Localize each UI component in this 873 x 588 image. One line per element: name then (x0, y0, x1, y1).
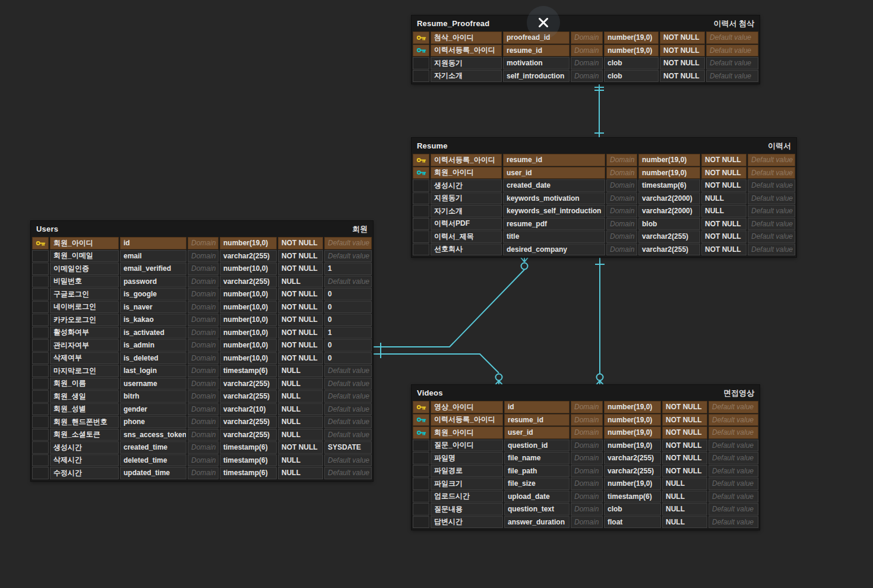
nullable-cell[interactable]: NOT NULL (662, 414, 707, 426)
nullable-cell[interactable]: NULL (278, 429, 323, 441)
default-value-cell[interactable]: Default value (708, 465, 758, 478)
table-comment[interactable]: 면접영상 (723, 388, 754, 399)
data-type-cell[interactable]: varchar2(255) (638, 230, 700, 243)
nullable-cell[interactable]: NOT NULL (662, 440, 707, 452)
default-value-cell[interactable]: Default value (708, 452, 758, 464)
data-type-cell[interactable]: varchar2(255) (220, 429, 277, 441)
default-value-cell[interactable]: Default value (706, 31, 758, 44)
domain-cell[interactable]: Domain (188, 429, 219, 441)
domain-cell[interactable]: Domain (188, 390, 219, 403)
data-type-cell[interactable]: number(10,0) (220, 288, 277, 301)
nullable-cell[interactable]: NULL (278, 454, 323, 467)
nullable-cell[interactable]: NULL (278, 467, 323, 479)
domain-cell[interactable]: Domain (571, 57, 603, 69)
logical-name-cell[interactable]: 회원_아이디 (50, 237, 119, 249)
physical-name-cell[interactable]: resume_pdf (503, 218, 605, 230)
physical-name-cell[interactable]: title (503, 230, 605, 243)
nullable-cell[interactable]: NOT NULL (662, 452, 707, 464)
logical-name-cell[interactable]: 회원_핸드폰번호 (50, 416, 119, 428)
logical-name-cell[interactable]: 관리자여부 (50, 339, 119, 352)
data-type-cell[interactable]: number(19,0) (604, 401, 661, 413)
physical-name-cell[interactable]: question_id (504, 440, 570, 452)
physical-name-cell[interactable]: is_kakao (120, 314, 186, 326)
physical-name-cell[interactable]: id (504, 401, 570, 413)
nullable-cell[interactable]: NOT NULL (278, 339, 323, 352)
data-type-cell[interactable]: varchar2(255) (220, 250, 277, 263)
data-type-cell[interactable]: number(19,0) (638, 167, 700, 179)
physical-name-cell[interactable]: resume_id (503, 154, 605, 166)
data-type-cell[interactable]: number(10,0) (220, 301, 277, 314)
physical-name-cell[interactable]: updated_time (120, 467, 186, 479)
data-type-cell[interactable]: number(10,0) (220, 314, 277, 326)
logical-name-cell[interactable]: 질문내용 (431, 503, 503, 516)
default-value-cell[interactable]: Default value (324, 429, 372, 441)
domain-cell[interactable]: Domain (188, 352, 219, 365)
domain-cell[interactable]: Domain (571, 414, 603, 426)
data-type-cell[interactable]: number(19,0) (604, 45, 659, 57)
default-value-cell[interactable]: Default value (748, 192, 795, 205)
domain-cell[interactable]: Domain (606, 192, 637, 205)
logical-name-cell[interactable]: 자기소개 (431, 205, 502, 217)
nullable-cell[interactable]: NULL (662, 491, 707, 503)
logical-name-cell[interactable]: 이메일인증 (50, 263, 119, 275)
default-value-cell[interactable]: Default value (748, 230, 795, 243)
data-type-cell[interactable]: varchar2(255) (220, 378, 277, 390)
default-value-cell[interactable]: SYSDATE (324, 441, 372, 454)
nullable-cell[interactable]: NULL (662, 503, 707, 516)
domain-cell[interactable]: Domain (606, 244, 637, 256)
nullable-cell[interactable]: NULL (662, 478, 707, 490)
physical-name-cell[interactable]: password (120, 276, 186, 288)
data-type-cell[interactable]: number(19,0) (604, 31, 659, 44)
default-value-cell[interactable]: Default value (708, 503, 758, 516)
nullable-cell[interactable]: NOT NULL (660, 70, 705, 83)
data-type-cell[interactable]: varchar2(255) (220, 416, 277, 428)
default-value-cell[interactable]: Default value (708, 414, 758, 426)
physical-name-cell[interactable]: deleted_time (120, 454, 186, 467)
domain-cell[interactable]: Domain (188, 301, 219, 314)
default-value-cell[interactable]: Default value (706, 45, 758, 57)
default-value-cell[interactable]: Default value (324, 454, 372, 467)
data-type-cell[interactable]: number(19,0) (604, 440, 661, 452)
logical-name-cell[interactable]: 회원_생일 (50, 390, 119, 403)
physical-name-cell[interactable]: resume_id (503, 45, 570, 57)
domain-cell[interactable]: Domain (188, 416, 219, 428)
domain-cell[interactable]: Domain (571, 452, 603, 464)
domain-cell[interactable]: Domain (571, 440, 603, 452)
logical-name-cell[interactable]: 이력서등록_아이디 (431, 154, 502, 166)
default-value-cell[interactable]: Default value (748, 167, 795, 179)
data-type-cell[interactable]: clob (604, 70, 659, 83)
data-type-cell[interactable]: varchar2(255) (604, 465, 661, 478)
logical-name-cell[interactable]: 회원_이메일 (50, 250, 119, 263)
logical-name-cell[interactable]: 지원동기 (431, 57, 502, 69)
domain-cell[interactable]: Domain (188, 276, 219, 288)
physical-name-cell[interactable]: id (120, 237, 186, 249)
table-comment[interactable]: 이력서 (768, 141, 791, 151)
physical-name-cell[interactable]: upload_date (504, 491, 570, 503)
data-type-cell[interactable]: varchar2(10) (220, 403, 277, 416)
table-videos[interactable]: Videos 면접영상 영상_아이디idDomainnumber(19,0)NO… (412, 385, 760, 530)
nullable-cell[interactable]: NOT NULL (278, 352, 323, 365)
logical-name-cell[interactable]: 업로드시간 (431, 491, 503, 503)
physical-name-cell[interactable]: keywords_self_introduction (503, 205, 605, 217)
table-resume-proofread[interactable]: Resume_Proofread 이력서 첨삭 첨삭_아이디proofread_… (412, 15, 760, 84)
physical-name-cell[interactable]: keywords_motivation (503, 192, 605, 205)
default-value-cell[interactable]: Default value (708, 478, 758, 490)
physical-name-cell[interactable]: user_id (503, 167, 605, 179)
domain-cell[interactable]: Domain (571, 401, 603, 413)
data-type-cell[interactable]: number(19,0) (604, 478, 661, 490)
nullable-cell[interactable]: NOT NULL (701, 244, 747, 256)
logical-name-cell[interactable]: 이력서_제목 (431, 230, 502, 243)
default-value-cell[interactable]: 0 (324, 352, 372, 365)
physical-name-cell[interactable]: desired_company (503, 244, 605, 256)
default-value-cell[interactable]: Default value (748, 205, 795, 217)
nullable-cell[interactable]: NULL (278, 365, 323, 377)
domain-cell[interactable]: Domain (606, 230, 637, 243)
domain-cell[interactable]: Domain (571, 503, 603, 516)
nullable-cell[interactable]: NOT NULL (662, 465, 707, 478)
nullable-cell[interactable]: NOT NULL (278, 327, 323, 339)
domain-cell[interactable]: Domain (188, 327, 219, 339)
default-value-cell[interactable]: Default value (748, 244, 795, 256)
physical-name-cell[interactable]: last_login (120, 365, 186, 377)
data-type-cell[interactable]: timestamp(6) (220, 467, 277, 479)
data-type-cell[interactable]: varchar2(255) (220, 390, 277, 403)
